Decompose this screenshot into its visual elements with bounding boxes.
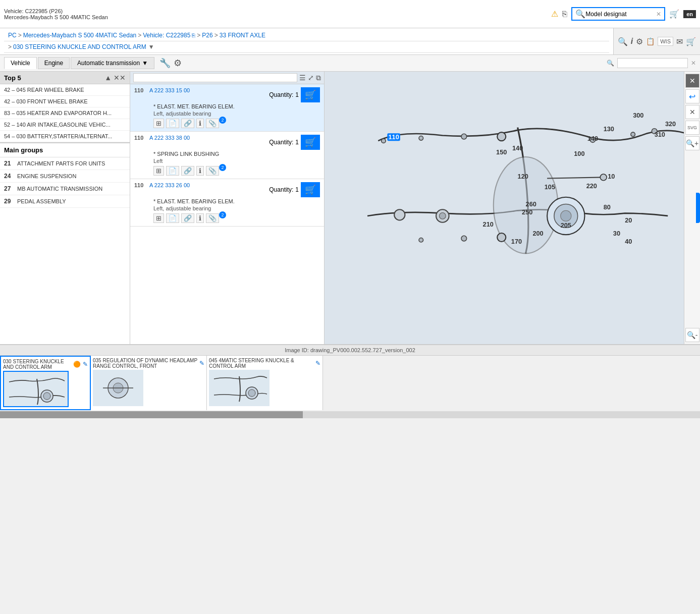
top5-item-1[interactable]: 42 – 030 FRONT WHEEL BRAKE	[0, 96, 130, 107]
group-item-21[interactable]: 21 ATTACHMENT PARTS FOR UNITS	[0, 157, 130, 170]
info-icon[interactable]: i	[631, 37, 633, 46]
sidebar-controls: ▲ ✕✕	[104, 74, 126, 82]
parts-expand-icon[interactable]: ⤢	[308, 74, 314, 82]
zoom-in-icon[interactable]: 🔍	[618, 37, 628, 46]
thumbnail-image-0[interactable]	[3, 371, 69, 407]
header-vehicle-info: Vehicle: C222985 (P26) Mercedes-Maybach …	[4, 8, 108, 20]
part-info-icon-2[interactable]: ℹ	[196, 213, 204, 223]
part-qty-1: Quantity: 1 🛒	[269, 135, 320, 150]
add-to-cart-btn-0[interactable]: 🛒	[301, 87, 320, 102]
sep1: >	[18, 32, 22, 39]
clear-search-icon[interactable]: ✕	[656, 11, 661, 18]
top5-item-3[interactable]: 52 – 140 AIR INTAKE,GASOLINE VEHIC...	[0, 119, 130, 131]
part-code-0[interactable]: A 222 333 15 00	[149, 87, 269, 93]
part-table-icon-1[interactable]: ⊞	[153, 166, 164, 176]
group-item-24[interactable]: 24 ENGINE SUSPENSION	[0, 170, 130, 183]
wrench-icon[interactable]: 🔧	[159, 58, 171, 69]
part-item-1: 110 A 222 333 38 00 Quantity: 1 🛒 * SPRI…	[130, 132, 324, 179]
thumbnail-image-1[interactable]	[93, 370, 143, 406]
diagram-side-handle[interactable]	[696, 193, 700, 223]
parts-list-view-icon[interactable]: ☰	[299, 74, 306, 82]
top5-item-2[interactable]: 83 – 035 HEATER AND EVAPORATOR H...	[0, 107, 130, 119]
vehicle-model: Mercedes-Maybach S 500 4MATIC Sedan	[4, 14, 108, 20]
main-groups-list: 21 ATTACHMENT PARTS FOR UNITS 24 ENGINE …	[0, 157, 130, 208]
part-name-0: * ELAST. MET. BEARING ELEM.	[134, 103, 320, 109]
email-icon[interactable]: ✉	[676, 37, 683, 46]
part-wis-icon-2[interactable]: 📎	[206, 213, 219, 223]
thumbnail-label-0: 030 STEERING KNUCKLE AND CONTROL ARM 🟠 ✎	[3, 359, 88, 370]
part-info-icon-0[interactable]: ℹ	[196, 119, 204, 128]
settings-icon[interactable]: ⚙	[174, 58, 182, 69]
part-wis-icon-1[interactable]: 📎	[206, 166, 219, 176]
parts-copy-icon[interactable]: ⧉	[316, 74, 321, 82]
breadcrumb-model[interactable]: Mercedes-Maybach S 500 4MATIC Sedan	[23, 32, 137, 39]
thumbnail-label-1: 035 REGULATION OF DYNAMIC HEADLAMP RANGE…	[93, 358, 204, 369]
thumbnail-image-2[interactable]	[209, 370, 270, 406]
top5-item-0[interactable]: 42 – 045 REAR WHEEL BRAKE	[0, 84, 130, 96]
tab-engine[interactable]: Engine	[38, 57, 70, 69]
language-badge[interactable]: en	[683, 10, 696, 18]
part-table-icon-0[interactable]: ⊞	[153, 119, 164, 128]
part-link-icon-2[interactable]: 🔗	[181, 213, 194, 223]
sidebar-header: Top 5 ▲ ✕✕	[0, 72, 130, 84]
group-item-29[interactable]: 29 PEDAL ASSEMBLY	[0, 195, 130, 208]
main-content: Top 5 ▲ ✕✕ 42 – 045 REAR WHEEL BRAKE 42 …	[0, 72, 700, 344]
thumb-edit-icon-2[interactable]: ✎	[315, 360, 320, 367]
diagram-history-icon[interactable]: ↩	[685, 89, 699, 103]
document-icon[interactable]: 📋	[646, 37, 655, 45]
sep3: >	[197, 32, 200, 39]
add-to-cart-btn-2[interactable]: 🛒	[301, 182, 320, 197]
svg-text:80: 80	[604, 203, 611, 211]
toolbar-search-input[interactable]	[617, 58, 688, 68]
toolbar-clear-icon[interactable]: ✕	[691, 60, 696, 67]
cart-icon[interactable]: 🛒	[669, 9, 679, 19]
filter-icon[interactable]: ⚙	[636, 37, 643, 46]
diagram-zoom-in-icon[interactable]: 🔍+	[685, 136, 699, 150]
sidebar-close-icon[interactable]: ✕✕	[114, 74, 126, 82]
parts-search-input[interactable]	[133, 73, 297, 82]
sidebar-collapse-icon[interactable]: ▲	[104, 74, 112, 82]
vehicle-copy-icon[interactable]: ⎘	[192, 32, 195, 38]
copy-icon[interactable]: ⎘	[562, 10, 567, 19]
part-doc-icon-0[interactable]: 📄	[166, 119, 179, 128]
thumb-edit-icon-0[interactable]: ✎	[83, 361, 88, 368]
breadcrumb-pc[interactable]: PC	[8, 32, 17, 39]
part-code-2[interactable]: A 222 333 26 00	[149, 182, 269, 188]
part-wis-icon-0[interactable]: 📎	[206, 119, 219, 128]
horizontal-scrollbar[interactable]	[0, 411, 700, 418]
part-badge-0: 2	[219, 117, 226, 124]
group-name-24: ENGINE SUSPENSION	[17, 173, 126, 179]
svg-text:105: 105	[545, 183, 555, 191]
part-doc-icon-1[interactable]: 📄	[166, 166, 179, 176]
breadcrumb-dropdown-icon[interactable]: ▼	[148, 43, 154, 50]
header-cart-icon[interactable]: 🛒	[686, 37, 696, 46]
diagram-zoom-out-icon[interactable]: 🔍-	[685, 328, 699, 342]
part-desc-1: Left	[134, 158, 320, 164]
breadcrumb-p26[interactable]: P26	[202, 32, 212, 39]
diagram-svg-icon[interactable]: SVG	[685, 121, 699, 135]
image-id-label: Image ID: drawing_PV000.002.552.727_vers…	[0, 345, 700, 355]
add-to-cart-btn-1[interactable]: 🛒	[301, 135, 320, 150]
svg-line-14	[547, 177, 604, 178]
breadcrumb-vehicle[interactable]: Vehicle: C222985 ⎘	[143, 32, 195, 39]
wis-icon[interactable]: WIS	[658, 37, 673, 46]
part-link-icon-1[interactable]: 🔗	[181, 166, 194, 176]
part-code-1[interactable]: A 222 333 38 00	[149, 135, 269, 141]
part-desc-2: Left, adjustable bearing	[134, 205, 320, 211]
part-doc-icon-2[interactable]: 📄	[166, 213, 179, 223]
diagram-compare-icon[interactable]: ✕	[685, 105, 699, 119]
part-link-icon-0[interactable]: 🔗	[181, 119, 194, 128]
group-item-27[interactable]: 27 MB AUTOMATIC TRANSMISSION	[0, 183, 130, 195]
warning-icon[interactable]: ⚠	[551, 9, 558, 19]
tab-auto-transmission[interactable]: Automatic transmission ▼	[71, 57, 154, 69]
breadcrumb-front-axle[interactable]: 33 FRONT AXLE	[220, 32, 265, 39]
top5-item-4[interactable]: 54 – 030 BATTERY,STARTER/ALTERNAT...	[0, 131, 130, 142]
svg-text:200: 200	[532, 230, 543, 237]
tab-vehicle[interactable]: Vehicle	[4, 57, 37, 69]
thumb-edit-icon-1[interactable]: ✎	[199, 360, 204, 367]
part-table-icon-2[interactable]: ⊞	[153, 213, 164, 223]
part-info-icon-1[interactable]: ℹ	[196, 166, 204, 176]
model-search-input[interactable]	[585, 11, 656, 18]
diagram-close-btn[interactable]: ✕	[685, 74, 699, 88]
svg-point-12	[631, 132, 635, 137]
